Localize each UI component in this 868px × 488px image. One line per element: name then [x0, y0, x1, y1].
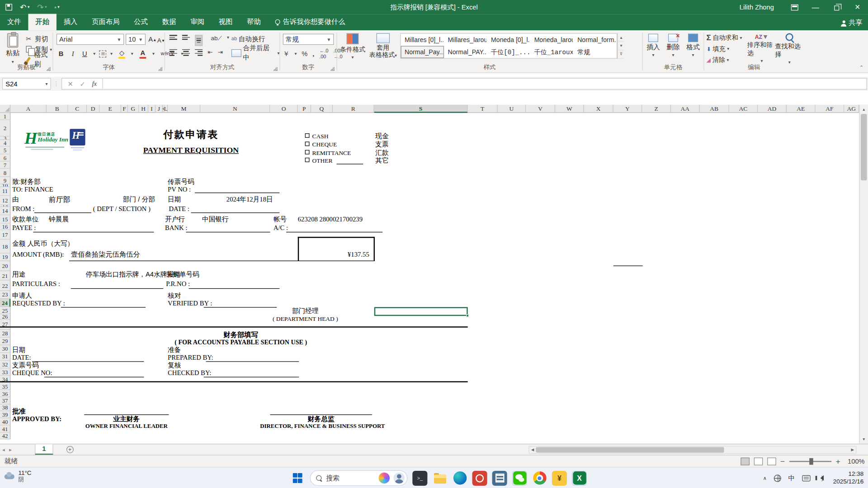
- insert-cells-button[interactable]: 插入▾: [644, 30, 663, 57]
- checkbox-cheque[interactable]: [305, 141, 310, 146]
- align-center-icon[interactable]: [182, 49, 190, 56]
- column-header-E[interactable]: E: [99, 104, 121, 113]
- ribbon-tab-4[interactable]: 公式: [127, 14, 155, 31]
- ribbon-tab-0[interactable]: 文件: [0, 14, 28, 31]
- column-header-U[interactable]: U: [498, 104, 526, 113]
- column-header-S[interactable]: S: [374, 104, 468, 113]
- horizontal-scroll-thumb[interactable]: [536, 447, 724, 452]
- sheet-canvas[interactable]: H 假日酒店 Holiday Inn H 付款申请表 PAYMENT REQUI…: [0, 113, 859, 444]
- column-header-P[interactable]: P: [298, 104, 311, 113]
- cell-style-item[interactable]: Normal_PAY...: [444, 47, 486, 57]
- sheet-tab-1[interactable]: 1: [35, 444, 53, 455]
- tray-expand-icon[interactable]: ∧: [763, 475, 767, 481]
- taskbar-search-box[interactable]: 搜索: [310, 470, 408, 486]
- align-right-icon[interactable]: [195, 49, 203, 56]
- taskbar-app-edge[interactable]: [452, 470, 467, 485]
- font-name-combo[interactable]: Arial▼: [57, 34, 124, 45]
- column-header-AC[interactable]: AC: [729, 104, 758, 113]
- column-header-AG[interactable]: AG: [844, 104, 859, 113]
- borders-icon[interactable]: ⊞: [99, 50, 107, 57]
- taskbar-app-chrome[interactable]: [532, 470, 547, 485]
- column-header-V[interactable]: V: [526, 104, 555, 113]
- network-icon[interactable]: [774, 474, 781, 482]
- restore-button[interactable]: [826, 0, 847, 14]
- merge-center-button[interactable]: 合并后居中▾: [231, 48, 280, 58]
- column-header-L[interactable]: L: [165, 104, 168, 113]
- column-header-T[interactable]: T: [468, 104, 498, 113]
- format-cells-button[interactable]: 格式▾: [684, 30, 703, 57]
- autosum-button[interactable]: Σ自动求和▾: [706, 33, 742, 42]
- vertical-scroll-thumb[interactable]: [861, 114, 867, 180]
- close-button[interactable]: ×: [847, 0, 868, 14]
- column-header-AA[interactable]: AA: [671, 104, 700, 113]
- column-header-A[interactable]: A: [10, 104, 47, 113]
- column-header-D[interactable]: D: [87, 104, 99, 113]
- column-header-I[interactable]: I: [148, 104, 156, 113]
- ribbon-tab-1[interactable]: 开始: [28, 14, 56, 31]
- confirm-entry-icon[interactable]: ✓: [80, 80, 85, 88]
- formula-input[interactable]: [103, 78, 867, 90]
- zoom-out-button[interactable]: −: [780, 457, 785, 466]
- cell-style-item[interactable]: Moneda_laroux: [531, 34, 573, 45]
- taskbar-app-wechat[interactable]: [512, 470, 527, 485]
- column-header-Y[interactable]: Y: [613, 104, 642, 113]
- scroll-down-arrow[interactable]: ▼: [860, 435, 868, 443]
- column-header-O[interactable]: O: [270, 104, 298, 113]
- cell-style-item[interactable]: Millares [0]_l...: [401, 34, 443, 45]
- undo-button[interactable]: ↶▾: [20, 3, 29, 11]
- tell-me-box[interactable]: 告诉我你想要做什么: [268, 14, 353, 31]
- speaker-icon[interactable]: [817, 475, 823, 481]
- checkbox-remittance[interactable]: [305, 150, 310, 154]
- selected-cell-S24[interactable]: [374, 307, 468, 316]
- middle-align-icon[interactable]: [182, 35, 190, 46]
- save-button[interactable]: [5, 4, 12, 11]
- taskbar-app-red[interactable]: [472, 470, 487, 485]
- number-dialog-launcher[interactable]: [330, 67, 335, 71]
- top-align-icon[interactable]: [170, 35, 177, 46]
- ribbon-tab-7[interactable]: 视图: [212, 14, 240, 31]
- ribbon-tab-2[interactable]: 插入: [57, 14, 85, 31]
- name-box[interactable]: S24▾: [2, 78, 51, 90]
- column-header-J[interactable]: J: [156, 104, 163, 113]
- column-header-Z[interactable]: Z: [642, 104, 671, 113]
- fill-handle[interactable]: [466, 314, 469, 317]
- page-layout-view-icon[interactable]: [754, 457, 763, 465]
- redo-button[interactable]: ↷▾: [37, 3, 47, 11]
- taskbar-clock[interactable]: 12:38 2025/12/16: [833, 470, 863, 486]
- conditional-formatting-button[interactable]: 条件格式▾: [340, 30, 366, 60]
- column-header-H[interactable]: H: [139, 104, 148, 113]
- cell-style-item[interactable]: Normal_form...: [574, 34, 616, 45]
- column-header-N[interactable]: N: [200, 104, 270, 113]
- cut-button[interactable]: 剪切: [24, 34, 52, 44]
- customize-qat-button[interactable]: ⹀▾: [55, 4, 60, 11]
- page-break-view-icon[interactable]: [767, 457, 776, 465]
- bold-button[interactable]: B: [57, 48, 66, 59]
- zoom-in-button[interactable]: +: [836, 457, 840, 466]
- column-header-M[interactable]: M: [168, 104, 200, 113]
- cell-style-item[interactable]: 千位_1aroux: [531, 47, 573, 57]
- font-color-button[interactable]: A: [137, 48, 148, 59]
- normal-view-icon[interactable]: [741, 457, 750, 465]
- column-header-AF[interactable]: AF: [816, 104, 844, 113]
- start-button[interactable]: [290, 470, 305, 485]
- checkbox-cash[interactable]: [305, 133, 310, 138]
- ribbon-tab-3[interactable]: 页面布局: [85, 14, 127, 31]
- column-header-X[interactable]: X: [584, 104, 613, 113]
- cell-style-item[interactable]: 千位[0]_...: [488, 47, 530, 57]
- scroll-right-arrow[interactable]: ▶: [849, 446, 856, 453]
- scroll-left-arrow[interactable]: ◀: [529, 446, 536, 453]
- wrap-text-button[interactable]: ab自动换行: [231, 34, 265, 44]
- cancel-entry-icon[interactable]: ✕: [67, 80, 73, 88]
- zoom-level[interactable]: 100%: [845, 457, 865, 465]
- column-header-G[interactable]: G: [128, 104, 139, 113]
- increase-decimal-button[interactable]: ←.0.00: [319, 48, 328, 59]
- minimize-button[interactable]: —: [805, 0, 826, 14]
- bottom-align-icon[interactable]: [195, 35, 203, 46]
- italic-button[interactable]: I: [70, 48, 76, 59]
- increase-indent-icon[interactable]: ⇥: [217, 49, 222, 56]
- font-size-combo[interactable]: 10▼: [126, 34, 146, 45]
- select-all-corner[interactable]: [0, 104, 10, 113]
- taskbar-app-file-explorer[interactable]: [432, 470, 447, 485]
- new-sheet-button[interactable]: +: [66, 446, 74, 453]
- column-header-B[interactable]: B: [47, 104, 68, 113]
